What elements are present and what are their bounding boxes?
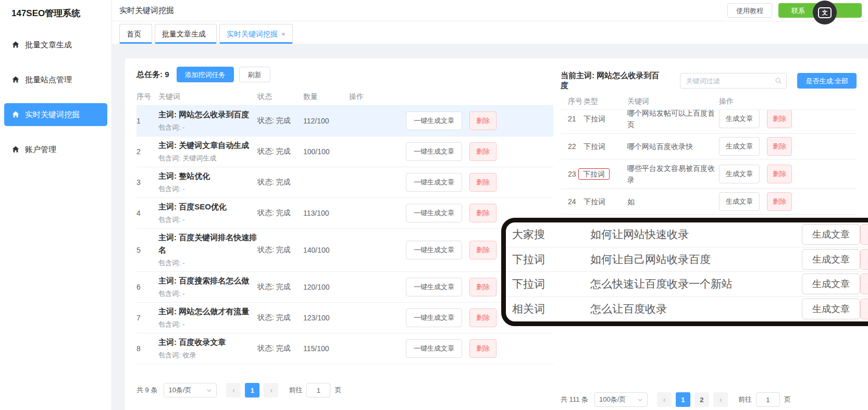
- row-status: 状态: 完成: [257, 245, 303, 255]
- col-actions: 操作: [349, 92, 553, 102]
- goto-page-input[interactable]: [306, 383, 330, 397]
- generate-article-button[interactable]: 生成文章: [802, 299, 860, 319]
- page-number-button[interactable]: 1: [676, 392, 690, 407]
- delete-button[interactable]: 删除: [469, 339, 497, 358]
- keyword-filter-input[interactable]: [686, 77, 775, 85]
- table-row[interactable]: 7 主词: 网站怎么做才有流量 包含词: - 状态: 完成 123/100 一键…: [137, 303, 553, 333]
- generate-article-button[interactable]: 一键生成文章: [406, 111, 462, 130]
- table-row[interactable]: 6 主词: 百度搜索排名怎么做 包含词: - 状态: 完成 120/100 一键…: [137, 272, 553, 303]
- sidebar-item[interactable]: 批量文章生成: [4, 33, 107, 56]
- row-main-keyword: 主词: 关键词文章自动生成: [158, 139, 257, 152]
- sidebar-item-label: 批量站点管理: [25, 75, 72, 85]
- next-page-button[interactable]: ›: [264, 383, 278, 397]
- row-keyword-cell: 主词: 关键词文章自动生成 包含词: 关键词生成: [158, 139, 257, 164]
- row-keyword: 如何让自己网站收录百度: [590, 252, 802, 267]
- row-main-keyword: 主词: 整站优化: [158, 170, 257, 182]
- row-main-keyword: 主词: 百度关键词排名快速排名: [158, 231, 257, 256]
- page-number-button[interactable]: 2: [695, 392, 709, 407]
- delete-button[interactable]: 删除: [469, 173, 497, 192]
- tab-label: 实时关键词挖掘: [227, 30, 278, 39]
- generate-article-button[interactable]: 生成文章: [719, 110, 760, 128]
- row-status: 状态: 完成: [257, 208, 303, 218]
- table-row[interactable]: 23 下拉词 哪些平台发文容易被百度收录 生成文章 删除: [561, 159, 857, 189]
- tab-bar: 首页 批量文章生成 实时关键词挖掘 ×: [112, 21, 868, 44]
- delete-button[interactable]: 删除: [767, 110, 792, 128]
- generate-article-button[interactable]: 一键生成文章: [406, 173, 462, 192]
- keyword-filter: [680, 73, 787, 89]
- row-count: 112/100: [303, 117, 349, 125]
- generate-article-button[interactable]: 一键生成文章: [406, 204, 462, 222]
- page-size-select[interactable]: 100条/页: [594, 392, 648, 407]
- row-count: 115/100: [303, 344, 349, 353]
- generate-article-button[interactable]: 一键生成文章: [406, 241, 462, 259]
- delete-button[interactable]: 删除: [469, 308, 497, 327]
- delete-button[interactable]: 删除: [860, 299, 868, 319]
- delete-button[interactable]: 删除: [860, 224, 868, 245]
- row-main-keyword: 主词: 百度收录文章: [158, 336, 257, 349]
- generate-article-button[interactable]: 一键生成文章: [406, 142, 462, 161]
- row-actions: 生成文章 删除: [719, 165, 857, 183]
- add-task-button[interactable]: 添加挖词任务: [177, 67, 234, 82]
- app-root: 147SEO管理系统 批量文章生成 批量站点管理 实时关键词挖掘: [0, 0, 868, 410]
- row-type-cell: 下拉词: [584, 113, 627, 125]
- row-seq: 4: [137, 209, 158, 217]
- delete-button[interactable]: 删除: [469, 142, 497, 161]
- tab[interactable]: 批量文章生成: [155, 24, 217, 44]
- generate-article-button[interactable]: 生成文章: [802, 224, 860, 245]
- delete-button[interactable]: 删除: [767, 192, 792, 211]
- sidebar-item[interactable]: 账户管理: [4, 138, 107, 161]
- col-count: 数量: [303, 92, 349, 102]
- table-row[interactable]: 8 主词: 百度收录文章 包含词: 收录 状态: 完成 115/100 一键生成…: [137, 333, 553, 364]
- generate-article-button[interactable]: 生成文章: [802, 274, 860, 294]
- badge-glyph: 文: [818, 7, 832, 18]
- page-size-select[interactable]: 10条/页: [164, 383, 217, 397]
- delete-button[interactable]: 删除: [469, 241, 497, 259]
- generate-article-button[interactable]: 一键生成文章: [406, 339, 462, 358]
- row-included-words: 包含词: -: [158, 214, 257, 226]
- generate-article-button[interactable]: 生成文章: [719, 165, 760, 183]
- table-row[interactable]: 4 主词: 百度SEO优化 包含词: - 状态: 完成 113/100 一键生成…: [137, 198, 553, 229]
- tab-close-icon[interactable]: ×: [281, 30, 286, 38]
- generate-article-button[interactable]: 生成文章: [719, 137, 760, 156]
- tab[interactable]: 实时关键词挖掘 ×: [219, 24, 293, 44]
- delete-button[interactable]: 删除: [860, 249, 868, 270]
- table-row[interactable]: 24 下拉词 如 生成文章 删除: [561, 189, 857, 215]
- prev-page-button[interactable]: ‹: [226, 383, 241, 397]
- delete-button[interactable]: 删除: [469, 111, 497, 130]
- task-panel: 总任务: 9 添加挖词任务 刷新 序号 关键词 状态 数量 操作: [125, 58, 553, 410]
- generate-article-button[interactable]: 生成文章: [802, 249, 860, 270]
- table-row[interactable]: 1 主词: 网站怎么收录到百度 包含词: - 状态: 完成 112/100 一键…: [137, 106, 553, 136]
- table-row[interactable]: 3 主词: 整站优化 包含词: - 状态: 完成 一键生成文章 删除: [137, 167, 553, 198]
- tab[interactable]: 首页: [119, 24, 152, 44]
- delete-button[interactable]: 删除: [767, 137, 792, 156]
- goto-page: 前往 页: [289, 383, 341, 397]
- next-page-button[interactable]: ›: [713, 392, 728, 407]
- goto-page-input[interactable]: [756, 392, 780, 407]
- page-number-button[interactable]: 1: [245, 383, 259, 397]
- goto-page-suffix: 页: [784, 395, 791, 404]
- table-row[interactable]: 2 主词: 关键词文章自动生成 包含词: 关键词生成 状态: 完成 100/10…: [137, 136, 553, 167]
- total-count-label: 共 9 条: [137, 386, 157, 395]
- table-row[interactable]: 22 下拉词 哪个网站百度收录快 生成文章 删除: [561, 134, 857, 159]
- sidebar-item[interactable]: 实时关键词挖掘: [4, 103, 107, 126]
- delete-button[interactable]: 删除: [469, 204, 497, 222]
- row-main-keyword: 主词: 百度搜索排名怎么做: [158, 275, 257, 287]
- generate-all-button[interactable]: 是否生成:全部: [797, 73, 857, 89]
- delete-button[interactable]: 删除: [767, 165, 792, 183]
- refresh-button[interactable]: 刷新: [239, 67, 270, 82]
- generate-article-button[interactable]: 一键生成文章: [406, 308, 462, 327]
- table-row[interactable]: 21 下拉词 哪个网站发帖可以上百度首页 生成文章 删除: [561, 110, 857, 134]
- generate-article-button[interactable]: 生成文章: [719, 192, 760, 211]
- table-row[interactable]: 5 主词: 百度关键词排名快速排名 包含词: - 状态: 完成 140/100 …: [137, 229, 553, 272]
- row-included-words: 包含词: -: [158, 319, 257, 330]
- delete-button[interactable]: 删除: [860, 274, 868, 294]
- page-size-value: 10条/页: [168, 386, 191, 395]
- prev-page-button[interactable]: ‹: [657, 392, 672, 407]
- delete-button[interactable]: 删除: [469, 278, 497, 296]
- help-button[interactable]: 使用教程: [727, 3, 772, 18]
- sidebar-item[interactable]: 批量站点管理: [4, 68, 107, 91]
- task-table-body: 1 主词: 网站怎么收录到百度 包含词: - 状态: 完成 112/100 一键…: [137, 106, 553, 364]
- row-keyword: 哪些平台发文容易被百度收录: [627, 163, 719, 185]
- generate-article-button[interactable]: 一键生成文章: [406, 278, 462, 296]
- app-logo: 147SEO管理系统: [0, 0, 111, 26]
